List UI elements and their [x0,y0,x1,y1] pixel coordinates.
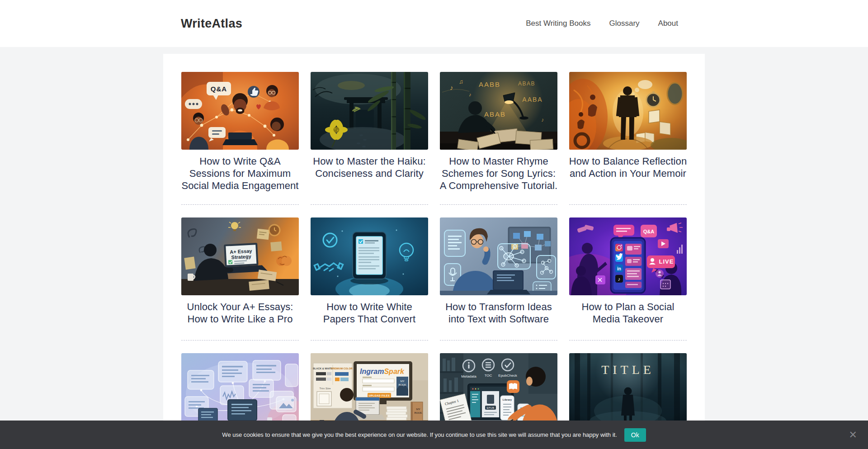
article-card-memoir[interactable]: How to Balance Reflection and Action in … [569,72,687,205]
cookie-consent-bar: We use cookies to ensure that we give yo… [0,421,868,449]
epub-file-label: EPUB [487,406,495,409]
article-thumbnail-haiku[interactable] [311,72,428,150]
screen-book-cover-line1: MY [400,380,405,383]
epubcheck-icon-label: EpubCheck [498,373,517,378]
music-note-icon: ♫ [459,78,463,85]
toc-icon-label: TOC [485,373,492,378]
scheme-label-abab-top: ABAB [518,80,535,87]
desk-book-line2: BOOK [414,411,422,414]
article-title[interactable]: How to Plan a Social Media Takeover [568,301,688,325]
article-thumbnail-white-papers[interactable] [311,217,428,295]
color-panel-label: PREMIUM COLOR [331,367,352,370]
cookie-message: We use cookies to ensure that we give yo… [222,431,617,438]
tiktok-icon-note: ♪ [618,276,621,282]
article-thumbnail-book-cover[interactable]: TITLE AUTHOR NAME [569,353,687,431]
ideas-to-text-illustration [440,217,557,295]
scheme-label-aabb: AABB [479,80,500,88]
live-badge-label: LIVE [659,258,674,265]
site-header: WriteAtlas Best Writing Books Glossary A… [0,0,868,47]
article-title[interactable]: How to Master Rhyme Schemes for Song Lyr… [439,155,558,192]
essay-strategy-illustration: A+ Essay Strategy [181,217,299,295]
metadata-icon-label: Metadata [461,374,476,378]
article-card-qa-sessions[interactable]: Q&A How to Write Q&A Sessions for Maximu… [181,72,299,205]
article-thumbnail-memoir[interactable] [569,72,687,150]
article-title[interactable]: How to Transform Ideas into Text with So… [439,301,558,325]
article-title[interactable]: How to Master the Haiku: Conciseness and… [310,155,429,180]
article-card-essays[interactable]: A+ Essay Strategy [181,217,299,340]
music-note-icon: ♪ [469,92,472,97]
ingramspark-illustration: BLACK & WHITE PREMIUM COLOR Trim Size In… [311,353,428,431]
site-logo[interactable]: WriteAtlas [181,17,242,31]
screen-book-cover-line2: BOOK [398,383,406,386]
rhyme-schemes-illustration: AABB ABAB AABA ABAB ♪ ♫ ♪ ♪ [440,72,557,150]
article-card-haiku[interactable]: How to Master the Haiku: Conciseness and… [311,72,428,205]
scheme-label-abab-mid: ABAB [484,110,506,118]
article-thumbnail-social-takeover[interactable]: Q&A in ♪ [569,217,687,295]
ingram-brand-part1: Ingram [360,368,384,375]
svg-text:IngramSpark: IngramSpark [360,368,405,375]
article-thumbnail-ingramspark[interactable]: BLACK & WHITE PREMIUM COLOR Trim Size In… [311,353,428,431]
cookie-close-icon[interactable]: ✕ [846,430,860,440]
nav-about[interactable]: About [658,19,678,28]
haiku-night-illustration [311,72,428,150]
white-paper-illustration [311,217,428,295]
page: WriteAtlas Best Writing Books Glossary A… [0,0,868,449]
book-cover-illustration: TITLE AUTHOR NAME [569,353,687,431]
article-card-white-papers[interactable]: How to Write White Papers That Convert [311,217,428,340]
upload-files-button-label: UPLOAD FILES [369,394,390,397]
qa-badge-label: Q&A [643,229,655,234]
essay-screen-line2: Strategy [231,254,251,260]
trim-size-label: Trim Size [319,387,331,390]
article-card-social-takeover[interactable]: Q&A in ♪ [569,217,687,340]
article-grid: Q&A How to Write Q&A Sessions for Maximu… [181,72,687,449]
article-thumbnail-essays[interactable]: A+ Essay Strategy [181,217,299,295]
article-title[interactable]: How to Write Q&A Sessions for Maximum So… [180,155,300,192]
article-title[interactable]: Unlock Your A+ Essays: How to Write Like… [180,301,300,325]
desk-book-line1: MY [416,408,420,411]
phone-library-label: Library [503,398,512,401]
article-thumbnail-ebook-formatting[interactable]: Metadata TOC EpubCheck [440,353,557,431]
main-nav: Best Writing Books Glossary About [526,19,678,28]
social-takeover-illustration: Q&A in ♪ [569,217,687,295]
nav-glossary[interactable]: Glossary [609,19,639,28]
bw-panel-label: BLACK & WHITE [313,367,333,370]
music-note-icon: ♪ [450,84,453,91]
article-thumbnail-rhyme-schemes[interactable]: AABB ABAB AABA ABAB ♪ ♫ ♪ ♪ [440,72,557,150]
memoir-illustration [569,72,687,150]
article-thumbnail-content-cards[interactable] [181,353,299,431]
music-note-icon: ♪ [541,117,544,123]
article-list-container: Q&A How to Write Q&A Sessions for Maximu… [163,54,705,449]
article-thumbnail-qa-sessions[interactable]: Q&A [181,72,299,150]
article-card-rhyme-schemes[interactable]: AABB ABAB AABA ABAB ♪ ♫ ♪ ♪ [440,72,557,205]
scheme-label-aaba: AABA [522,96,542,103]
article-card-ideas-to-text[interactable]: How to Transform Ideas into Text with So… [440,217,557,340]
article-thumbnail-ideas-to-text[interactable] [440,217,557,295]
ingram-brand-part2: Spark [384,368,405,375]
cookie-ok-button[interactable]: Ok [624,428,646,442]
content-repurposing-illustration [181,353,299,431]
qa-social-illustration: Q&A [181,72,299,150]
qa-bubble-label: Q&A [211,85,227,93]
linkedin-icon-label: in [617,266,621,271]
article-title[interactable]: How to Write White Papers That Convert [310,301,429,325]
article-title[interactable]: How to Balance Reflection and Action in … [568,155,688,180]
ebook-formatting-illustration: Metadata TOC EpubCheck [440,353,557,431]
nav-best-writing-books[interactable]: Best Writing Books [526,19,590,28]
